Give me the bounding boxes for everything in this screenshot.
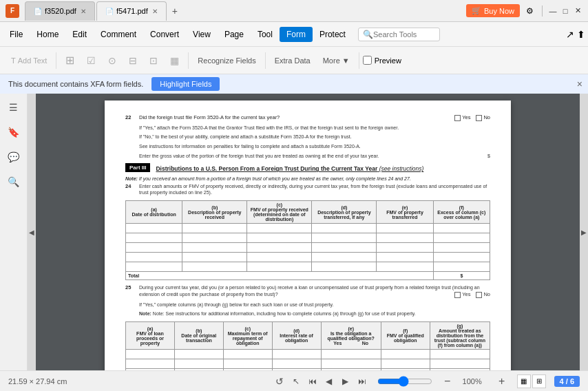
pdf-row-penalties: See instructions for information on pena… [125,143,490,150]
search-area[interactable]: 🔍 [358,28,440,41]
pdf-container[interactable]: 22 Did the foreign trust file Form 3520-… [36,94,580,370]
first-page-button[interactable]: ⏮ [306,374,319,388]
single-page-view-button[interactable]: ▦ [517,374,531,388]
recognize-fields-button[interactable]: Recognize Fields [192,54,261,67]
zoom-out-button[interactable]: − [441,374,454,388]
search-input[interactable] [373,30,435,39]
yes-no-25: Yes No [454,291,490,299]
th-24-c: (c)FMV of property received (determined … [247,201,312,224]
yes-no-22: Yes No [454,114,490,122]
status-bar: 21.59 × 27.94 cm ↺ ↖ ⏮ ◀ ▶ ⏭ − 100% + ▦ … [0,370,588,391]
zoom-slider[interactable] [377,376,432,387]
checkbox-yes-22[interactable] [454,115,461,121]
pdf-row-xfa-sub: If "Yes," attach the Form 3520-A that th… [125,125,490,131]
external-link-icon[interactable]: ↗ [566,29,574,40]
yes-label-25: Yes [454,291,470,299]
minimize-button[interactable]: — [548,6,558,16]
tab-close-1[interactable]: ✕ [81,8,86,15]
cursor-button[interactable]: ↖ [289,374,303,388]
pdf-page: 22 Did the foreign trust file Form 3520-… [105,101,511,370]
extra-data-button[interactable]: Extra Data [269,54,316,67]
line-num-24: 24 [125,183,139,189]
menu-tool[interactable]: Tool [251,27,280,42]
menu-comment[interactable]: Comment [94,27,143,42]
pdf-row-25c: Note: Note: See instructions for additio… [125,310,490,317]
preview-checkbox[interactable] [363,56,372,65]
two-page-view-button[interactable]: ⊞ [532,374,546,388]
menu-file[interactable]: File [3,27,30,42]
table-24-header-row: (a)Date of distribution (b)Description o… [126,201,490,224]
menu-convert[interactable]: Convert [143,27,186,42]
table-25: (a)FMV of loan proceeds or property (b)D… [125,321,490,370]
total-label-24: Total [126,272,434,280]
prev-page-button[interactable]: ◀ [322,374,336,388]
th-24-f: (f)Excess of column (c) over column (a) [433,201,490,224]
add-text-button[interactable]: T Add Text [6,54,52,67]
buy-now-button[interactable]: 🛒 Buy Now [466,4,520,17]
last-page-button[interactable]: ⏭ [355,374,369,388]
th-25-b: (b)Date of original transaction [174,322,223,350]
preview-toggle[interactable]: Preview [363,56,401,65]
tabs-area: 📄 f3520.pdf ✕ 📄 f5471.pdf ✕ + [25,1,466,21]
toolbar-icon-btn-1[interactable]: ⊞ [60,52,80,69]
menu-edit[interactable]: Edit [65,27,94,42]
tab-f3520[interactable]: 📄 f3520.pdf ✕ [25,1,95,21]
sidebar-comment-icon[interactable]: 💬 [6,149,22,165]
checkbox-no-22[interactable] [476,115,482,121]
left-panel-toggle[interactable]: ◀ [28,94,36,370]
title-bar: F 📄 f3520.pdf ✕ 📄 f5471.pdf ✕ + 🛒 Buy No… [0,0,588,22]
highlight-fields-button[interactable]: Highlight Fields [151,77,220,91]
zoom-slider-area[interactable] [377,376,432,387]
menu-home[interactable]: Home [30,27,65,42]
toolbar-icon-btn-5[interactable]: ⊡ [144,53,163,68]
rotate-left-button[interactable]: ↺ [273,374,286,388]
toolbar-separator-3 [265,52,266,69]
table-24: (a)Date of distribution (b)Description o… [125,200,490,280]
tab-close-2[interactable]: ✕ [152,8,158,15]
zoom-in-button[interactable]: + [495,374,509,388]
sidebar-menu-icon[interactable]: ☰ [6,99,22,116]
tab-f5471[interactable]: 📄 f5471.pdf ✕ [96,1,167,21]
notification-text: This document contains XFA form fields. [8,80,143,88]
close-button[interactable]: ✕ [573,6,582,16]
notification-close-button[interactable]: × [577,78,582,89]
th-24-e: (e)FMV of property transferred [377,201,433,224]
th-24-d: (d)Description of property transferred, … [312,201,377,224]
pdf-note-24: Note: If you received an amount from a p… [125,176,490,181]
th-25-c: (c)Maximum term of repayment of obligati… [223,322,272,350]
pdf-row-ifno: If "No," to the best of your ability, co… [125,134,490,140]
note-additional: Note: Note: See instructions for additio… [139,310,490,317]
toolbar-separator-1 [56,52,56,69]
settings-icon[interactable]: ⚙ [523,4,536,18]
page-counter-badge: 4 / 6 [554,376,580,387]
sidebar-search-icon[interactable]: 🔍 [6,173,22,190]
upload-icon[interactable]: ⬆ [577,29,585,40]
menu-form[interactable]: Form [280,27,313,42]
toolbar-icon-btn-2[interactable]: ☑ [81,53,101,68]
right-panel-toggle[interactable]: ▶ [580,94,588,370]
tab-pdf-icon: 📄 [34,8,42,15]
next-page-button[interactable]: ▶ [339,374,353,388]
line23-dollar: $ [487,153,490,160]
part-iii-row: Part III Distributions to a U.S. Person … [125,163,490,175]
table-row [126,369,490,370]
table-25-container: (a)FMV of loan proceeds or property (b)D… [125,321,490,370]
maximize-button[interactable]: □ [560,6,570,16]
toolbar-icon-btn-3[interactable]: ⊙ [103,53,122,68]
sidebar-bookmark-icon[interactable]: 🔖 [6,124,22,140]
checkbox-no-25[interactable] [476,292,482,298]
part-iii-label: Part III [125,163,150,172]
checkbox-yes-25[interactable] [454,292,461,298]
menu-view[interactable]: View [186,27,218,42]
add-tab-button[interactable]: + [168,6,182,17]
yes-label-22: Yes [454,114,470,122]
toolbar-icon-btn-4[interactable]: ⊟ [123,53,143,68]
more-button[interactable]: More ▼ [317,54,355,67]
gross-text: Enter the gross value of the portion of … [139,153,490,160]
xfa-sub-text: If "Yes," attach the Form 3520-A that th… [139,125,490,131]
no-label-22: No [476,114,490,122]
menu-protect[interactable]: Protect [313,27,353,42]
menu-page[interactable]: Page [218,27,251,42]
tab-pdf-icon-2: 📄 [105,8,114,15]
toolbar-icon-btn-6[interactable]: ▦ [165,53,185,68]
